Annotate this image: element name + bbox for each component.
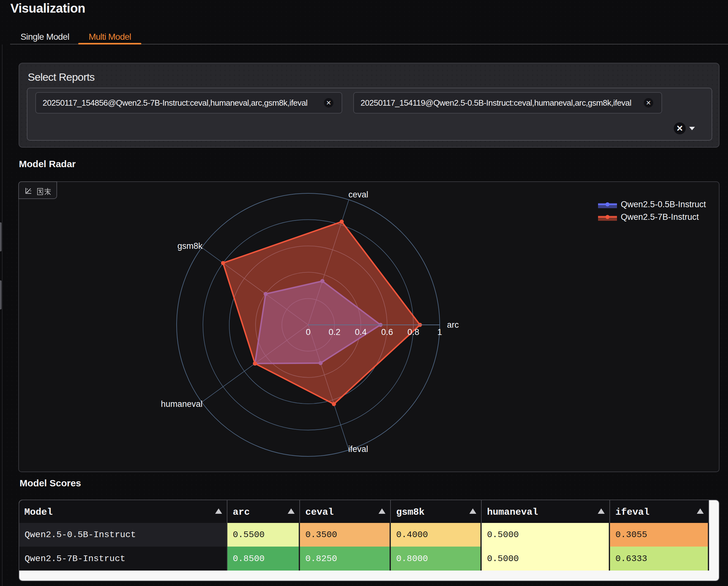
svg-text:Qwen2.5-0.5B-Instruct: Qwen2.5-0.5B-Instruct bbox=[621, 199, 706, 209]
svg-text:humaneval: humaneval bbox=[161, 399, 203, 409]
svg-text:0: 0 bbox=[306, 327, 310, 337]
svg-text:ifeval: ifeval bbox=[348, 444, 368, 454]
svg-text:ceval: ceval bbox=[348, 190, 368, 199]
svg-text:0.2: 0.2 bbox=[329, 327, 341, 337]
svg-text:0.8: 0.8 bbox=[408, 327, 419, 337]
svg-text:0.6: 0.6 bbox=[381, 327, 393, 337]
svg-text:gsm8k: gsm8k bbox=[177, 241, 203, 251]
svg-text:arc: arc bbox=[447, 320, 459, 329]
svg-text:Qwen2.5-7B-Instruct: Qwen2.5-7B-Instruct bbox=[621, 212, 699, 222]
svg-text:1: 1 bbox=[437, 327, 442, 337]
svg-text:0.4: 0.4 bbox=[355, 327, 367, 337]
